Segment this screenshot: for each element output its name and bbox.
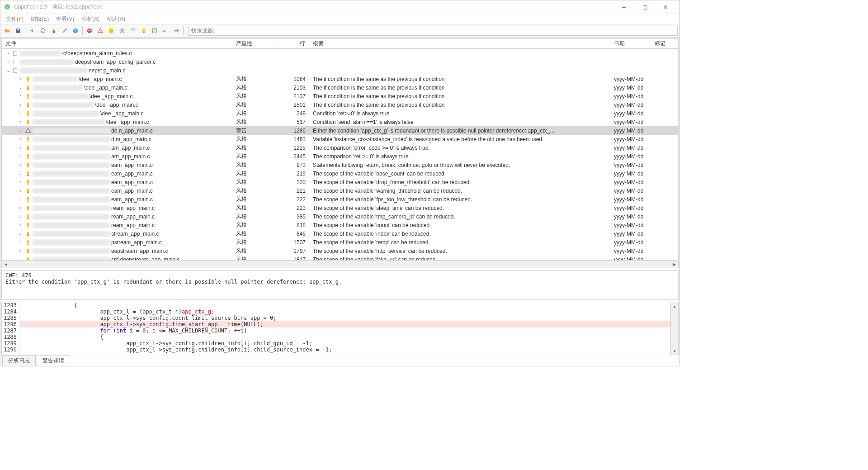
scroll-up-button[interactable]: ▴: [671, 302, 678, 310]
result-row[interactable]: ›am_app_main.c风格2445The comparison 'ret …: [2, 152, 678, 161]
severity-cell: 风格: [232, 84, 273, 91]
code-vscroll[interactable]: ▴ ▾: [670, 302, 678, 355]
expander-icon[interactable]: ›: [18, 214, 24, 219]
expander-icon[interactable]: ›: [18, 162, 24, 167]
expander-icon[interactable]: ⌄: [5, 68, 11, 73]
col-file[interactable]: 文件: [2, 39, 232, 48]
expander-icon[interactable]: ›: [18, 85, 24, 90]
menu-help[interactable]: 帮助(H): [103, 14, 129, 24]
result-row[interactable]: ›\dee _app_main.c风格2137The if condition …: [2, 92, 678, 100]
expander-icon[interactable]: ›: [18, 257, 24, 260]
expander-icon[interactable]: ›: [18, 137, 24, 142]
col-summary[interactable]: 概要: [309, 39, 610, 48]
menu-analyze[interactable]: 分析(A): [78, 14, 103, 24]
result-row[interactable]: ›\dee _app_main.c风格517Condition 'send_al…: [2, 118, 678, 126]
grid-hscroll[interactable]: ◂ ▸: [2, 260, 678, 268]
back-button[interactable]: [27, 26, 37, 36]
scroll-down-button[interactable]: ▾: [671, 347, 678, 355]
performance-filter-button[interactable]: [128, 26, 138, 36]
summary-cell: The scope of the variable 'drop_frame_th…: [309, 179, 610, 185]
expander-icon[interactable]: ›: [18, 145, 24, 150]
cpp-filter-button[interactable]: C++: [160, 26, 170, 36]
result-row[interactable]: ›src\deepstream_app_main.c风格1817The scop…: [2, 255, 678, 260]
settings-button[interactable]: [60, 26, 70, 36]
code-pane: 12831284128512861287128812891290 { app_c…: [1, 302, 679, 355]
refresh-button[interactable]: [38, 26, 48, 36]
expander-icon[interactable]: ›: [18, 231, 24, 236]
tab-analysis-log[interactable]: 分析日志: [2, 355, 36, 366]
expander-icon[interactable]: ›: [18, 154, 24, 159]
result-row[interactable]: ›de n_app_main.c警告1286Either the conditi…: [2, 126, 678, 135]
quick-filter-input[interactable]: [188, 26, 678, 36]
line-cell: 517: [273, 119, 309, 125]
style-filter-button[interactable]: [106, 26, 116, 36]
expander-icon[interactable]: ›: [18, 205, 24, 210]
result-row[interactable]: ›\dee _app_main.c风格2103The if condition …: [2, 83, 678, 92]
error-filter-button[interactable]: [85, 26, 94, 36]
open-folder-button[interactable]: [2, 26, 12, 36]
scroll-track[interactable]: [671, 310, 678, 347]
date-cell: yyyy-MM-dd: [610, 145, 651, 151]
expander-icon[interactable]: ›: [5, 59, 11, 64]
result-row[interactable]: ›d m_app_main.c风格1463Variable 'instance_…: [2, 135, 678, 143]
scroll-right-button[interactable]: ▸: [670, 261, 678, 268]
result-row[interactable]: ›eam_app_main.c风格221The scope of the var…: [2, 186, 678, 195]
menu-view[interactable]: 查看(V): [52, 14, 78, 24]
result-row[interactable]: ›am_app_main.c风格1225The comparison 'erro…: [2, 143, 678, 152]
save-button[interactable]: [13, 26, 23, 36]
grid-body[interactable]: ›rc\deepstream_alarm_rules.c›deepstream_…: [2, 49, 678, 260]
expander-icon[interactable]: ›: [18, 119, 24, 124]
result-row[interactable]: ›ream_app_main.c风格818The scope of the va…: [2, 221, 678, 229]
code-lines[interactable]: { app_ctx_l = (app_ctx_t *)app_ctx_g; ap…: [20, 302, 670, 355]
result-row[interactable]: ›eam_app_main.c风格222The scope of the var…: [2, 195, 678, 204]
scroll-left-button[interactable]: ◂: [2, 261, 9, 268]
summary-cell: The scope of the variable 'index' can be…: [309, 231, 610, 237]
warning-filter-button[interactable]: [95, 26, 105, 36]
close-button[interactable]: ✕: [655, 0, 676, 14]
result-row[interactable]: ›eam_app_main.c风格973Statements following…: [2, 161, 678, 169]
col-line[interactable]: 行: [273, 39, 309, 48]
col-mark[interactable]: 标记: [651, 39, 678, 48]
expander-icon[interactable]: ›: [18, 223, 24, 228]
expander-icon[interactable]: ›: [18, 171, 24, 176]
result-row[interactable]: ›eam_app_main.c风格219The scope of the var…: [2, 169, 678, 178]
expander-icon[interactable]: ›: [18, 248, 24, 253]
check-filter-button[interactable]: [150, 26, 160, 36]
maximize-button[interactable]: ▢: [634, 0, 655, 14]
tree-root-row[interactable]: ›rc\deepstream_alarm_rules.c: [2, 49, 678, 57]
help-button[interactable]: ?: [71, 26, 80, 36]
result-row[interactable]: ›pstream_app_main.c风格1507The scope of th…: [2, 238, 678, 247]
result-row[interactable]: ›\dee _app_main.c风格2084The if condition …: [2, 75, 678, 83]
tree-root-row[interactable]: ›deepstream_app_config_parser.c: [2, 57, 678, 66]
result-row[interactable]: ›eam_app_main.c风格220The scope of the var…: [2, 178, 678, 186]
menu-file[interactable]: 文件(F): [2, 14, 27, 24]
expander-icon[interactable]: ›: [18, 102, 24, 107]
result-row[interactable]: ›ream_app_main.c风格223The scope of the va…: [2, 204, 678, 212]
col-date[interactable]: 日期: [610, 39, 651, 48]
expander-icon[interactable]: ›: [18, 188, 24, 193]
expander-icon[interactable]: ›: [18, 111, 24, 116]
clear-button[interactable]: [49, 26, 59, 36]
code-line: {: [20, 334, 670, 340]
col-severity[interactable]: 严重性: [232, 39, 273, 48]
tree-root-row[interactable]: ⌄eepst p_main.c: [2, 66, 678, 75]
result-row[interactable]: ›stream_app_main.c风格846The scope of the …: [2, 229, 678, 238]
menu-edit[interactable]: 编辑(E): [27, 14, 52, 24]
expander-icon[interactable]: ›: [18, 240, 24, 245]
info-filter-button[interactable]: [139, 26, 149, 36]
expander-icon[interactable]: ›: [18, 94, 24, 99]
result-row[interactable]: ›eepstream_app_main.c风格1797The scope of …: [2, 247, 678, 255]
expander-icon[interactable]: ›: [18, 197, 24, 202]
gear-filter-button[interactable]: [117, 26, 127, 36]
expander-icon[interactable]: ›: [18, 180, 24, 185]
minimize-button[interactable]: ─: [613, 0, 634, 14]
expander-icon[interactable]: ›: [18, 76, 24, 81]
arrow-button[interactable]: [171, 26, 181, 36]
expander-icon[interactable]: ›: [18, 128, 24, 133]
result-row[interactable]: ›\dee _app_main.c风格2501The if condition …: [2, 100, 678, 109]
result-row[interactable]: ›\dee _app_main.c风格248Condition 'ret>=0'…: [2, 109, 678, 118]
result-row[interactable]: ›ream_app_main.c风格385The scope of the va…: [2, 212, 678, 221]
severity-cell: 风格: [232, 187, 273, 195]
tab-warning-detail[interactable]: 警告详情: [37, 355, 70, 366]
expander-icon[interactable]: ›: [5, 51, 11, 56]
